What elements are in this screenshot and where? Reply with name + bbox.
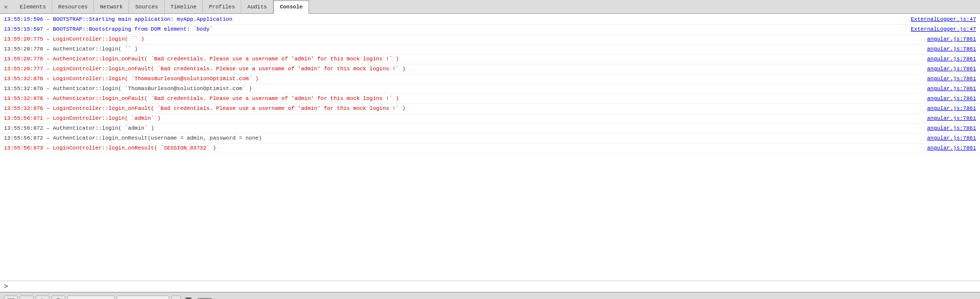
log-message: 13:55:20:776 – Authenticator::login_onFa… <box>4 55 917 63</box>
log-line: 13:55:56:871 – LoginController::login( `… <box>0 114 980 124</box>
tab-profiles[interactable]: Profiles <box>203 0 241 13</box>
log-message: 13:55:20:776 – Authenticator::login( `` … <box>4 45 917 53</box>
log-message: 13:55:32:876 – Authenticator::login_onFa… <box>4 95 917 103</box>
tab-timeline[interactable]: Timeline <box>165 0 203 13</box>
log-message: 13:55:32:876 – Authenticator::login( `Th… <box>4 85 917 93</box>
log-message: 13:55:56:872 – Authenticator::login( `ad… <box>4 124 917 133</box>
log-message: 13:55:15:597 – BOOTSTRAP::Bootstrapping … <box>4 25 901 34</box>
tab-audits[interactable]: Audits <box>241 0 273 13</box>
log-line: 13:55:32:876 – LoginController::login_on… <box>0 104 980 114</box>
dock-button[interactable] <box>4 296 18 299</box>
log-message: 13:55:56:873 – LoginController::login_on… <box>4 144 917 152</box>
log-source[interactable]: angular.js:7861 <box>927 104 976 113</box>
log-source[interactable]: ExternalLogger.js:47 <box>911 25 976 34</box>
log-message: 13:55:15:596 – BOOTSTRAP::Starting main … <box>4 15 901 24</box>
log-source[interactable]: ExternalLogger.js:47 <box>911 15 976 24</box>
close-button[interactable]: ✕ <box>2 3 10 11</box>
block-button[interactable] <box>51 296 65 299</box>
log-source[interactable]: angular.js:7861 <box>927 124 976 133</box>
log-message: 13:55:56:871 – LoginController::login( `… <box>4 114 917 123</box>
log-line: 13:55:15:597 – BOOTSTRAP::Bootstrapping … <box>0 25 980 35</box>
warning-icon: ⚠ <box>949 297 953 299</box>
log-line: 13:55:20:776 – Authenticator::login( `` … <box>0 45 980 54</box>
log-source[interactable]: angular.js:7861 <box>927 65 976 73</box>
log-source[interactable]: angular.js:7861 <box>927 55 976 63</box>
prompt-caret: > <box>4 283 8 291</box>
log-message: 13:55:56:872 – Authenticator::login_onRe… <box>4 134 917 143</box>
tab-bar: ✕ Elements Resources Network Sources Tim… <box>0 0 980 14</box>
tab-console[interactable]: Console <box>273 0 309 14</box>
log-line: 13:55:32:876 – Authenticator::login( `Th… <box>0 84 980 94</box>
console-prompt-area: > <box>0 281 980 292</box>
context-dropdown-button[interactable]: ▼ <box>171 296 181 299</box>
console-output: 13:55:15:596 – BOOTSTRAP::Starting main … <box>0 14 980 281</box>
log-line: 13:55:20:775 – LoginController::login( `… <box>0 35 980 45</box>
tab-network[interactable]: Network <box>94 0 129 13</box>
log-line: 13:55:32:876 – LoginController::login( `… <box>0 74 980 84</box>
tab-elements[interactable]: Elements <box>14 0 52 13</box>
settings-button[interactable]: ⚙ <box>964 296 976 299</box>
svg-marker-9 <box>185 298 192 299</box>
log-source[interactable]: angular.js:7861 <box>927 134 976 143</box>
frame-selector[interactable]: <top frame> ▼ <box>67 296 115 299</box>
log-source[interactable]: angular.js:7861 <box>927 114 976 123</box>
log-line: 13:55:32:876 – Authenticator::login_onFa… <box>0 94 980 104</box>
log-line: 13:55:56:872 – Authenticator::login_onRe… <box>0 134 980 144</box>
log-source[interactable]: angular.js:7861 <box>927 95 976 103</box>
tab-sources[interactable]: Sources <box>129 0 164 13</box>
log-message: 13:55:20:777 – LoginController::login_on… <box>4 65 917 73</box>
log-line: 13:55:56:872 – Authenticator::login( `ad… <box>0 124 980 134</box>
log-source[interactable]: angular.js:7861 <box>927 45 976 53</box>
log-message: 13:55:32:876 – LoginController::login( `… <box>4 75 917 83</box>
log-source[interactable]: angular.js:7861 <box>927 144 976 152</box>
log-message: 13:55:20:775 – LoginController::login( `… <box>4 35 917 44</box>
execute-button[interactable] <box>20 296 34 299</box>
log-source[interactable]: angular.js:7861 <box>927 75 976 83</box>
log-source[interactable]: angular.js:7861 <box>927 85 976 93</box>
log-line: 13:55:56:873 – LoginController::login_on… <box>0 144 980 153</box>
filter-icon[interactable] <box>185 298 192 299</box>
log-line: 13:55:20:777 – LoginController::login_on… <box>0 64 980 74</box>
log-source[interactable]: angular.js:7861 <box>927 35 976 44</box>
bottom-toolbar: <top frame> ▼ <page context> ▼ All Error… <box>0 292 980 299</box>
log-message: 13:55:32:876 – LoginController::login_on… <box>4 104 917 113</box>
search-button[interactable] <box>36 296 49 299</box>
warning-badge: ⚠ 10 <box>949 297 962 299</box>
context-selector[interactable]: <page context> <box>117 296 169 299</box>
log-line: 13:55:15:596 – BOOTSTRAP::Starting main … <box>0 15 980 25</box>
tab-resources[interactable]: Resources <box>52 0 94 13</box>
log-line: 13:55:20:776 – Authenticator::login_onFa… <box>0 54 980 64</box>
